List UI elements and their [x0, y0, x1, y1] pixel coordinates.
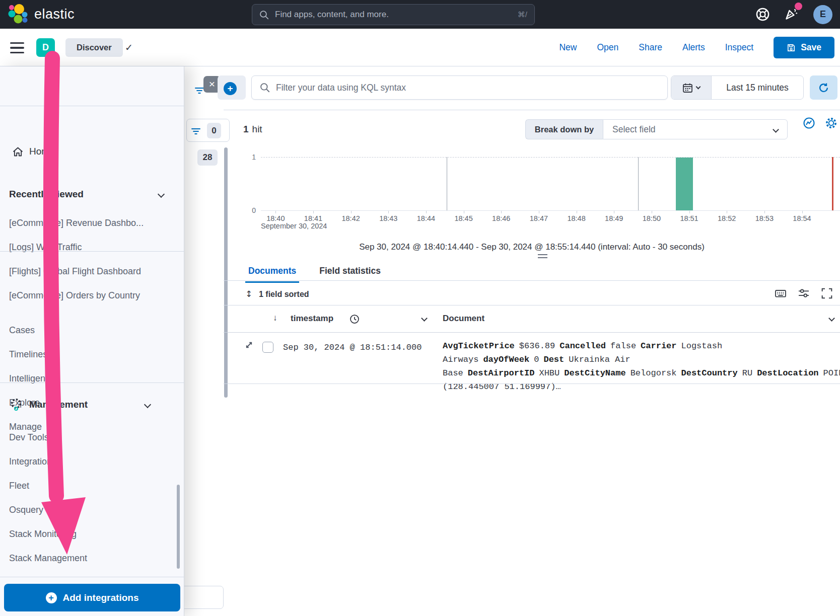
sidebar-item-integrations[interactable]: Integrations	[9, 456, 87, 467]
keyboard-icon[interactable]	[775, 287, 787, 299]
avatar[interactable]: E	[813, 5, 832, 24]
sidebar-item-osquery[interactable]: Osquery	[9, 504, 87, 515]
row-checkbox[interactable]	[262, 342, 273, 353]
global-search-placeholder: Find apps, content, and more.	[275, 10, 518, 20]
x-tick-18-42: 18:42	[332, 214, 370, 222]
divider	[0, 106, 184, 106]
nav-flyout: Home Recently viewed [eCommerce] Revenue…	[0, 66, 184, 616]
breakdown-value: Select field	[612, 124, 656, 135]
add-filter-icon[interactable]: +	[224, 82, 237, 95]
check-icon[interactable]: ✓	[125, 42, 133, 53]
divider	[224, 110, 840, 110]
breakdown-select[interactable]: Select field	[603, 119, 788, 139]
gear-icon[interactable]	[825, 117, 837, 129]
field-filter-icon[interactable]	[194, 86, 204, 96]
header-actions: E	[755, 0, 832, 29]
gear-center-dot	[14, 407, 18, 411]
display-options-icon[interactable]	[798, 287, 810, 299]
inspect-button[interactable]: Inspect	[725, 42, 753, 53]
column-header-document[interactable]: Document	[443, 314, 484, 324]
recently-viewed-header[interactable]: Recently viewed	[9, 189, 84, 200]
save-button[interactable]: Save	[774, 37, 834, 58]
field-list-scrollbar[interactable]	[224, 147, 228, 398]
recent-item-ecommerce-revenue-dashbo[interactable]: [eCommerce] Revenue Dashbo...	[9, 217, 144, 228]
available-fields-count-badge: 28	[197, 149, 218, 166]
expand-row-icon[interactable]	[244, 340, 254, 350]
doc-field-destcityname: DestCityName	[564, 368, 625, 378]
chart-insights-icon[interactable]	[803, 117, 815, 129]
help-icon[interactable]	[755, 7, 770, 22]
y-axis-tick-max: 1	[247, 153, 256, 161]
divider	[0, 251, 184, 252]
calendar-button[interactable]	[671, 76, 712, 99]
global-search-input[interactable]: Find apps, content, and more. ⌘/	[252, 4, 535, 25]
elastic-logo-icon	[7, 4, 28, 25]
search-icon	[260, 83, 270, 93]
column-header-timestamp[interactable]: timestamp	[291, 314, 333, 324]
time-range-value[interactable]: Last 15 minutes	[712, 76, 803, 99]
brand[interactable]: elastic	[7, 4, 75, 25]
chevron-down-icon[interactable]	[828, 315, 835, 322]
current-time-marker	[832, 157, 833, 210]
x-tick-18-41: 18:41	[295, 214, 332, 222]
time-range-picker[interactable]: Last 15 minutes	[671, 75, 804, 100]
alerts-button[interactable]: Alerts	[682, 42, 705, 53]
sorted-fields-note[interactable]: 1 field sorted	[259, 290, 309, 299]
refresh-button[interactable]	[810, 75, 837, 100]
resize-handle-icon[interactable]	[538, 254, 547, 258]
sidebar-item-cases[interactable]: Cases	[9, 325, 55, 336]
new-button[interactable]: New	[559, 42, 577, 53]
fullscreen-icon[interactable]	[821, 287, 833, 299]
breakdown-label: Break down by	[525, 119, 603, 139]
histogram-bar[interactable]	[676, 158, 693, 211]
sidebar-item-stack-monitoring[interactable]: Stack Monitoring	[9, 528, 87, 540]
divider	[224, 383, 840, 384]
filtered-count-badge: 0	[207, 123, 221, 138]
row-document-summary[interactable]: AvgTicketPrice$636.89CancelledfalseCarri…	[443, 339, 816, 394]
open-button[interactable]: Open	[597, 42, 618, 53]
sidebar-item-home[interactable]: Home	[29, 146, 55, 157]
recent-item-flights-global-flight-dashboard[interactable]: [Flights] Global Flight Dashboard	[9, 266, 144, 277]
chevron-down-icon[interactable]	[421, 315, 428, 322]
doc-field-ru: RU	[742, 368, 752, 378]
management-nav-list: Dev ToolsIntegrationsFleetOsqueryStack M…	[9, 432, 87, 577]
home-icon	[12, 146, 24, 158]
hits-count: 1hit	[243, 124, 262, 135]
breadcrumb[interactable]: Discover	[65, 38, 123, 57]
kql-query-input[interactable]: Filter your data using KQL syntax	[251, 75, 668, 100]
field-type-filter[interactable]: 0	[186, 119, 230, 142]
field-search-input[interactable]	[179, 586, 224, 609]
add-integrations-button[interactable]: + Add integrations	[4, 584, 180, 611]
x-tick-18-52: 18:52	[708, 214, 746, 222]
sidebar-item-dev-tools[interactable]: Dev Tools	[9, 432, 87, 443]
app-icon-discover[interactable]: D	[36, 38, 55, 57]
sidebar-item-manage[interactable]: Manage	[9, 421, 55, 432]
security-nav-list: CasesTimelinesIntelligenceExploreManage	[9, 325, 55, 445]
sidebar-item-timelines[interactable]: Timelines	[9, 349, 55, 360]
doc-field-0: 0	[534, 355, 539, 364]
sort-fields-icon[interactable]: ↕	[245, 289, 252, 299]
doc-field-dayofweek: dayOfWeek	[483, 355, 529, 364]
share-button[interactable]: Share	[639, 42, 662, 53]
row-timestamp: Sep 30, 2024 @ 18:51:14.000	[283, 343, 422, 352]
plus-icon: +	[46, 592, 57, 603]
doc-field-636-89: $636.89	[519, 341, 555, 351]
doc-field-destairportid: DestAirportID	[468, 368, 535, 378]
avatar-initial: E	[820, 9, 826, 20]
chevron-down-icon[interactable]	[144, 401, 151, 408]
sort-desc-icon[interactable]: ↓	[273, 313, 277, 323]
doc-field-dest: Dest	[543, 355, 564, 364]
x-tick-18-46: 18:46	[482, 214, 520, 222]
management-header[interactable]: Management	[29, 399, 88, 410]
flyout-scrollbar[interactable]	[177, 485, 180, 569]
sidebar-item-stack-management[interactable]: Stack Management	[9, 553, 87, 564]
sidebar-item-fleet[interactable]: Fleet	[9, 480, 87, 491]
breadcrumb-label: Discover	[77, 43, 112, 52]
menu-icon[interactable]	[10, 42, 24, 53]
chevron-down-icon[interactable]	[158, 191, 165, 198]
gridline-vertical	[638, 157, 639, 210]
kql-placeholder: Filter your data using KQL syntax	[276, 83, 406, 93]
news-feed-button[interactable]	[784, 6, 799, 23]
chevron-down-icon	[773, 126, 779, 133]
recent-item-ecommerce-orders-by-country[interactable]: [eCommerce] Orders by Country	[9, 290, 144, 301]
